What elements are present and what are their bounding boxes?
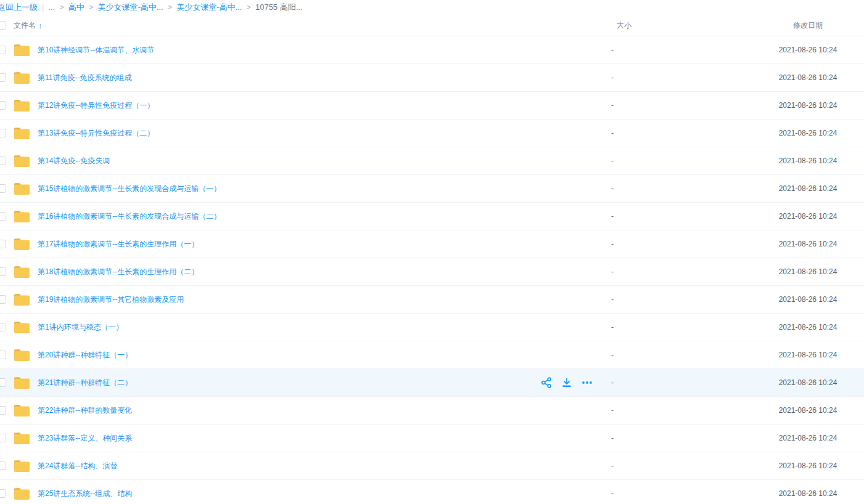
folder-icon [14,349,30,362]
row-checkbox[interactable] [0,489,6,498]
row-checkbox[interactable] [0,406,6,415]
table-header: 文件名 ↑ 大小 修改日期 [0,14,864,36]
table-row[interactable]: 第15讲植物的激素调节--生长素的发现合成与运输（一） [0,175,864,203]
file-date: 2021-08-26 10:24 [765,156,851,165]
file-name-link[interactable]: 第22讲种群--种群的数量变化 [38,405,132,416]
folder-icon [14,238,30,251]
row-checkbox[interactable] [0,323,6,331]
file-date: 2021-08-26 10:24 [765,184,851,193]
breadcrumb-divider: | [42,2,44,12]
file-size: - [611,434,614,442]
folder-icon [14,44,30,57]
file-name-link[interactable]: 第16讲植物的激素调节--生长素的发现合成与运输（二） [38,211,221,222]
file-date: 2021-08-26 10:24 [765,73,851,82]
file-date: 2021-08-26 10:24 [765,351,851,359]
file-size: - [611,489,614,498]
file-size: - [611,267,614,276]
table-row[interactable]: 第23讲群落--定义、种间关系 [0,425,864,452]
download-icon[interactable] [561,376,573,389]
table-row[interactable]: 第18讲植物的激素调节--生长素的生理作用（二） [0,258,864,286]
column-header-filename[interactable]: 文件名 [14,20,36,30]
more-actions-icon[interactable] [581,376,593,389]
file-size: - [611,101,614,110]
breadcrumb-link-1[interactable]: 美少女课堂-高中... [97,2,163,13]
file-size: - [611,461,614,470]
breadcrumb-collapsed-item[interactable]: ... [48,2,55,12]
file-name-link[interactable]: 第15讲植物的激素调节--生长素的发现合成与运输（一） [38,184,221,194]
table-row[interactable]: 第17讲植物的激素调节--生长素的生理作用（一） [0,230,864,258]
file-size: - [611,323,614,331]
table-row[interactable]: 第25讲生态系统--组成、结构 [0,480,864,504]
row-checkbox[interactable] [0,434,6,442]
file-name-link[interactable]: 第20讲种群--种群特征（一） [38,350,132,360]
folder-icon [14,460,30,473]
share-icon[interactable] [540,376,553,389]
row-checkbox[interactable] [0,129,6,137]
table-row[interactable]: 第14讲免疫--免疫失调 [0,147,864,175]
row-checkbox[interactable] [0,267,6,276]
file-name-link[interactable]: 第11讲免疫--免疫系统的组成 [38,73,131,83]
file-date: 2021-08-26 10:24 [765,129,851,137]
table-row[interactable]: 第11讲免疫--免疫系统的组成 [0,64,864,92]
file-size: - [611,73,614,82]
folder-icon [14,321,30,334]
file-size: - [611,212,614,221]
file-size: - [611,46,614,54]
sort-ascending-icon[interactable]: ↑ [38,20,43,30]
table-row[interactable]: 第22讲种群--种群的数量变化 [0,397,864,425]
row-checkbox[interactable] [0,461,6,470]
table-row[interactable]: 第1讲内环境与稳态（一） [0,314,864,341]
table-row[interactable]: 第16讲植物的激素调节--生长素的发现合成与运输（二） [0,203,864,230]
file-date: 2021-08-26 10:24 [765,101,851,110]
file-name-link[interactable]: 第24讲群落--结构、演替 [38,461,117,471]
file-name-link[interactable]: 第25讲生态系统--组成、结构 [38,489,132,499]
row-checkbox[interactable] [0,156,6,165]
file-name-link[interactable]: 第10讲神经调节--体温调节、水调节 [38,45,154,55]
file-name-link[interactable]: 第17讲植物的激素调节--生长素的生理作用（一） [38,239,199,250]
row-checkbox[interactable] [0,378,6,387]
breadcrumb-link-0[interactable]: 高中 [68,2,84,13]
row-checkbox[interactable] [0,101,6,110]
table-row[interactable]: 第20讲种群--种群特征（一） [0,341,864,369]
column-header-date[interactable]: 修改日期 [765,20,851,30]
file-name-link[interactable]: 第19讲植物的激素调节--其它植物激素及应用 [38,295,184,305]
table-row[interactable]: 第19讲植物的激素调节--其它植物激素及应用 [0,286,864,314]
breadcrumb: 返回上一级|...>高中>美少女课堂-高中...>美少女课堂-高中...>107… [0,0,864,14]
file-date: 2021-08-26 10:24 [765,240,851,248]
breadcrumb-separator: > [59,2,64,12]
table-row[interactable]: 第21讲种群--种群特征（二） [0,369,864,397]
row-checkbox[interactable] [0,184,6,193]
row-checkbox[interactable] [0,73,6,82]
breadcrumb-link-2[interactable]: 美少女课堂-高中... [176,2,242,13]
file-name-link[interactable]: 第21讲种群--种群特征（二） [38,378,132,388]
file-name-link[interactable]: 第23讲群落--定义、种间关系 [38,433,132,444]
row-checkbox[interactable] [0,212,6,221]
file-size: - [611,156,614,165]
row-checkbox[interactable] [0,351,6,359]
folder-icon [14,155,30,168]
row-checkbox[interactable] [0,240,6,248]
row-checkbox[interactable] [0,295,6,304]
table-row[interactable]: 第24讲群落--结构、演替 [0,452,864,480]
column-header-size[interactable]: 大小 [617,20,632,30]
breadcrumb-back-link[interactable]: 返回上一级 [0,2,38,13]
select-all-checkbox[interactable] [0,21,6,30]
file-name-link[interactable]: 第18讲植物的激素调节--生长素的生理作用（二） [38,267,199,277]
folder-icon [14,266,30,278]
file-size: - [611,184,614,193]
file-name-link[interactable]: 第1讲内环境与稳态（一） [38,322,123,333]
file-name-link[interactable]: 第13讲免疫--特异性免疫过程（二） [38,128,154,139]
folder-icon [14,293,30,306]
folder-icon [14,432,30,445]
table-row[interactable]: 第13讲免疫--特异性免疫过程（二） [0,120,864,147]
table-row[interactable]: 第10讲神经调节--体温调节、水调节 [0,36,864,64]
file-name-link[interactable]: 第12讲免疫--特异性免疫过程（一） [38,100,154,111]
file-date: 2021-08-26 10:24 [765,212,851,221]
table-row[interactable]: 第12讲免疫--特异性免疫过程（一） [0,92,864,120]
folder-icon [14,71,30,84]
file-list: 第10讲神经调节--体温调节、水调节 [0,36,864,504]
file-name-link[interactable]: 第14讲免疫--免疫失调 [38,156,110,166]
row-checkbox[interactable] [0,46,6,54]
folder-icon [14,182,30,195]
breadcrumb-separator: > [168,2,173,12]
